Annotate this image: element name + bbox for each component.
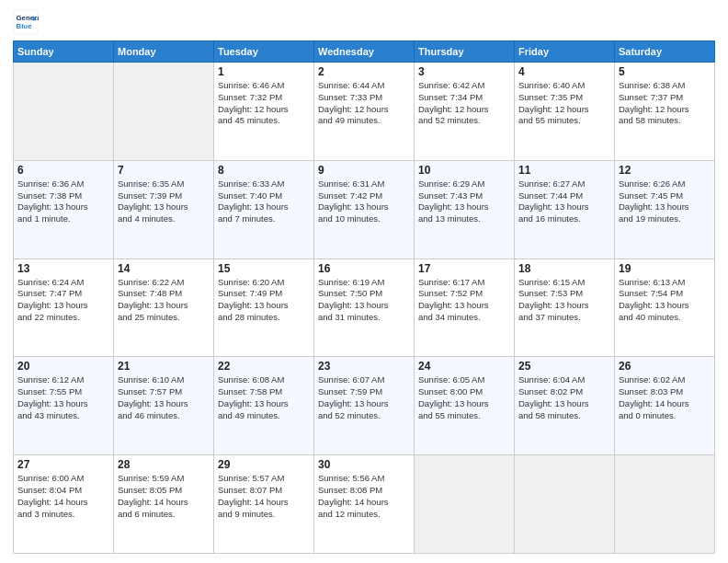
- col-header-sunday: Sunday: [14, 41, 114, 63]
- calendar-cell: 9Sunrise: 6:31 AMSunset: 7:42 PMDaylight…: [314, 160, 415, 259]
- cell-info: Sunrise: 6:42 AMSunset: 7:34 PMDaylight:…: [418, 80, 510, 127]
- calendar-cell: 30Sunrise: 5:56 AMSunset: 8:08 PMDayligh…: [314, 455, 415, 554]
- calendar-cell: 27Sunrise: 6:00 AMSunset: 8:04 PMDayligh…: [14, 455, 114, 554]
- calendar-cell: 16Sunrise: 6:19 AMSunset: 7:50 PMDayligh…: [314, 259, 415, 357]
- cell-info: Sunrise: 6:24 AMSunset: 7:47 PMDaylight:…: [17, 277, 109, 324]
- col-header-friday: Friday: [515, 41, 615, 63]
- cell-info: Sunrise: 6:29 AMSunset: 7:43 PMDaylight:…: [418, 178, 510, 225]
- col-header-monday: Monday: [114, 41, 214, 63]
- calendar-cell: 21Sunrise: 6:10 AMSunset: 7:57 PMDayligh…: [114, 357, 214, 455]
- week-row-5: 27Sunrise: 6:00 AMSunset: 8:04 PMDayligh…: [14, 455, 715, 554]
- cell-info: Sunrise: 6:31 AMSunset: 7:42 PMDaylight:…: [318, 178, 410, 225]
- day-number: 21: [118, 360, 210, 373]
- day-number: 7: [118, 164, 210, 177]
- day-number: 3: [418, 65, 510, 78]
- cell-info: Sunrise: 5:59 AMSunset: 8:05 PMDaylight:…: [118, 473, 210, 520]
- cell-info: Sunrise: 5:56 AMSunset: 8:08 PMDaylight:…: [318, 473, 410, 520]
- day-number: 26: [619, 360, 711, 373]
- cell-info: Sunrise: 6:05 AMSunset: 8:00 PMDaylight:…: [418, 374, 510, 421]
- col-header-saturday: Saturday: [615, 41, 715, 63]
- calendar-cell: 10Sunrise: 6:29 AMSunset: 7:43 PMDayligh…: [415, 160, 515, 259]
- svg-text:Blue: Blue: [17, 22, 33, 30]
- cell-info: Sunrise: 6:17 AMSunset: 7:52 PMDaylight:…: [418, 277, 510, 324]
- calendar-cell: 22Sunrise: 6:08 AMSunset: 7:58 PMDayligh…: [214, 357, 314, 455]
- day-number: 18: [518, 262, 610, 275]
- day-number: 10: [418, 164, 510, 177]
- calendar-cell: 7Sunrise: 6:35 AMSunset: 7:39 PMDaylight…: [114, 160, 214, 259]
- calendar-header-row: SundayMondayTuesdayWednesdayThursdayFrid…: [14, 41, 715, 63]
- cell-info: Sunrise: 6:44 AMSunset: 7:33 PMDaylight:…: [318, 80, 410, 127]
- logo-icon: General Blue: [13, 9, 39, 35]
- week-row-3: 13Sunrise: 6:24 AMSunset: 7:47 PMDayligh…: [14, 259, 715, 357]
- calendar-table: SundayMondayTuesdayWednesdayThursdayFrid…: [13, 40, 715, 554]
- cell-info: Sunrise: 6:20 AMSunset: 7:49 PMDaylight:…: [218, 277, 310, 324]
- day-number: 27: [17, 458, 109, 471]
- day-number: 6: [17, 164, 109, 177]
- day-number: 1: [218, 65, 310, 78]
- calendar-cell: 19Sunrise: 6:13 AMSunset: 7:54 PMDayligh…: [615, 259, 715, 357]
- cell-info: Sunrise: 6:27 AMSunset: 7:44 PMDaylight:…: [518, 178, 610, 225]
- calendar-cell: 11Sunrise: 6:27 AMSunset: 7:44 PMDayligh…: [515, 160, 615, 259]
- day-number: 25: [518, 360, 610, 373]
- svg-text:General: General: [17, 14, 40, 22]
- cell-info: Sunrise: 6:15 AMSunset: 7:53 PMDaylight:…: [518, 277, 610, 324]
- calendar-cell: 8Sunrise: 6:33 AMSunset: 7:40 PMDaylight…: [214, 160, 314, 259]
- cell-info: Sunrise: 6:07 AMSunset: 7:59 PMDaylight:…: [318, 374, 410, 421]
- col-header-thursday: Thursday: [415, 41, 515, 63]
- calendar-cell: [515, 455, 615, 554]
- cell-info: Sunrise: 6:40 AMSunset: 7:35 PMDaylight:…: [518, 80, 610, 127]
- header: General Blue: [13, 9, 715, 35]
- day-number: 8: [218, 164, 310, 177]
- day-number: 11: [518, 164, 610, 177]
- cell-info: Sunrise: 6:02 AMSunset: 8:03 PMDaylight:…: [619, 374, 711, 421]
- cell-info: Sunrise: 6:36 AMSunset: 7:38 PMDaylight:…: [17, 178, 109, 225]
- cell-info: Sunrise: 5:57 AMSunset: 8:07 PMDaylight:…: [218, 473, 310, 520]
- day-number: 23: [318, 360, 410, 373]
- cell-info: Sunrise: 6:46 AMSunset: 7:32 PMDaylight:…: [218, 80, 310, 127]
- day-number: 17: [418, 262, 510, 275]
- week-row-1: 1Sunrise: 6:46 AMSunset: 7:32 PMDaylight…: [14, 63, 715, 161]
- calendar-cell: 1Sunrise: 6:46 AMSunset: 7:32 PMDaylight…: [214, 63, 314, 161]
- cell-info: Sunrise: 6:08 AMSunset: 7:58 PMDaylight:…: [218, 374, 310, 421]
- calendar-cell: 4Sunrise: 6:40 AMSunset: 7:35 PMDaylight…: [515, 63, 615, 161]
- calendar-cell: 6Sunrise: 6:36 AMSunset: 7:38 PMDaylight…: [14, 160, 114, 259]
- calendar-cell: 23Sunrise: 6:07 AMSunset: 7:59 PMDayligh…: [314, 357, 415, 455]
- page: General Blue SundayMondayTuesdayWednesda…: [0, 0, 728, 563]
- calendar-cell: 14Sunrise: 6:22 AMSunset: 7:48 PMDayligh…: [114, 259, 214, 357]
- calendar-cell: 29Sunrise: 5:57 AMSunset: 8:07 PMDayligh…: [214, 455, 314, 554]
- day-number: 16: [318, 262, 410, 275]
- calendar-cell: 28Sunrise: 5:59 AMSunset: 8:05 PMDayligh…: [114, 455, 214, 554]
- calendar-cell: 5Sunrise: 6:38 AMSunset: 7:37 PMDaylight…: [615, 63, 715, 161]
- cell-info: Sunrise: 6:19 AMSunset: 7:50 PMDaylight:…: [318, 277, 410, 324]
- day-number: 24: [418, 360, 510, 373]
- calendar-cell: [114, 63, 214, 161]
- day-number: 29: [218, 458, 310, 471]
- day-number: 20: [17, 360, 109, 373]
- col-header-wednesday: Wednesday: [314, 41, 415, 63]
- cell-info: Sunrise: 6:04 AMSunset: 8:02 PMDaylight:…: [518, 374, 610, 421]
- cell-info: Sunrise: 6:38 AMSunset: 7:37 PMDaylight:…: [619, 80, 711, 127]
- calendar-cell: 12Sunrise: 6:26 AMSunset: 7:45 PMDayligh…: [615, 160, 715, 259]
- day-number: 19: [619, 262, 711, 275]
- calendar-cell: [615, 455, 715, 554]
- calendar-cell: [415, 455, 515, 554]
- calendar-cell: 24Sunrise: 6:05 AMSunset: 8:00 PMDayligh…: [415, 357, 515, 455]
- calendar-cell: [14, 63, 114, 161]
- cell-info: Sunrise: 6:33 AMSunset: 7:40 PMDaylight:…: [218, 178, 310, 225]
- cell-info: Sunrise: 6:10 AMSunset: 7:57 PMDaylight:…: [118, 374, 210, 421]
- week-row-2: 6Sunrise: 6:36 AMSunset: 7:38 PMDaylight…: [14, 160, 715, 259]
- calendar-cell: 26Sunrise: 6:02 AMSunset: 8:03 PMDayligh…: [615, 357, 715, 455]
- day-number: 15: [218, 262, 310, 275]
- day-number: 5: [619, 65, 711, 78]
- day-number: 2: [318, 65, 410, 78]
- logo: General Blue: [13, 9, 39, 35]
- cell-info: Sunrise: 6:12 AMSunset: 7:55 PMDaylight:…: [17, 374, 109, 421]
- cell-info: Sunrise: 6:00 AMSunset: 8:04 PMDaylight:…: [17, 473, 109, 520]
- week-row-4: 20Sunrise: 6:12 AMSunset: 7:55 PMDayligh…: [14, 357, 715, 455]
- calendar-cell: 17Sunrise: 6:17 AMSunset: 7:52 PMDayligh…: [415, 259, 515, 357]
- calendar-cell: 3Sunrise: 6:42 AMSunset: 7:34 PMDaylight…: [415, 63, 515, 161]
- calendar-cell: 15Sunrise: 6:20 AMSunset: 7:49 PMDayligh…: [214, 259, 314, 357]
- day-number: 28: [118, 458, 210, 471]
- cell-info: Sunrise: 6:13 AMSunset: 7:54 PMDaylight:…: [619, 277, 711, 324]
- cell-info: Sunrise: 6:35 AMSunset: 7:39 PMDaylight:…: [118, 178, 210, 225]
